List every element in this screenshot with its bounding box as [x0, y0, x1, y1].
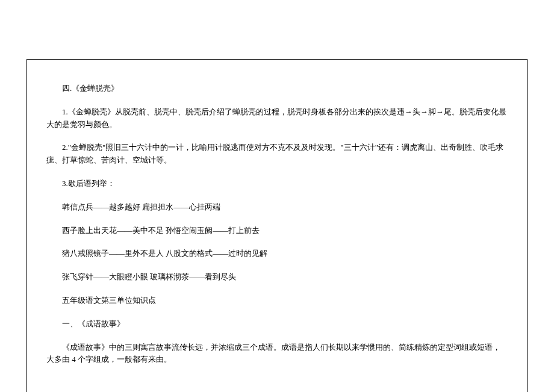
section-heading-4: 四.《金蝉脱壳》	[46, 82, 508, 95]
unit-heading: 五年级语文第三单位知识点	[46, 294, 508, 307]
paragraph-chengyu: 《成语故事》中的三则寓言故事流传长远，并浓缩成三个成语。成语是指人们长期以来学惯…	[46, 341, 508, 367]
section-heading-1: 一、《成语故事》	[46, 318, 508, 331]
xiehouyu-line-4: 张飞穿针——大眼瞪小眼 玻璃杯沏茶——看到尽头	[46, 271, 508, 284]
xiehouyu-line-1: 韩信点兵——越多越好 扁担担水——心挂两端	[46, 201, 508, 214]
document-page: 四.《金蝉脱壳》 1.《金蝉脱壳》从脱壳前、脱壳中、脱壳后介绍了蝉脱壳的过程，脱…	[26, 59, 528, 392]
xiehouyu-line-3: 猪八戒照镜子——里外不是人 八股文的格式——过时的见解	[46, 247, 508, 260]
paragraph-2: 2."金蝉脱壳"照旧三十六计中的一计，比喻用计脱逃而使对方不克不及及时发现。"三…	[46, 142, 508, 167]
xiehouyu-line-2: 西子脸上出天花——美中不足 孙悟空闹玉阙——打上前去	[46, 225, 508, 237]
paragraph-1: 1.《金蝉脱壳》从脱壳前、脱壳中、脱壳后介绍了蝉脱壳的过程，脱壳时身板各部分出来…	[46, 106, 508, 131]
paragraph-3: 3.歇后语列举：	[46, 178, 508, 190]
